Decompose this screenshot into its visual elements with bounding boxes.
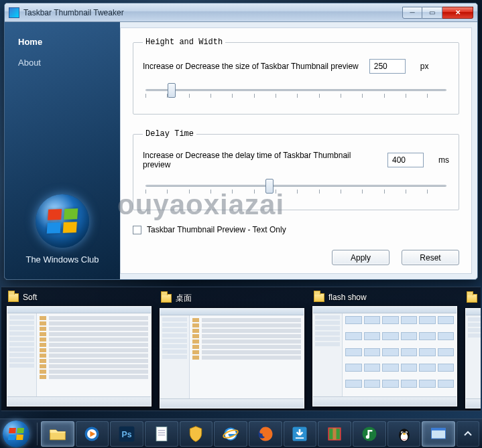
taskbar-app-explorer[interactable] bbox=[41, 421, 74, 447]
archive-icon bbox=[325, 425, 344, 443]
maximize-button[interactable]: ▭ bbox=[422, 7, 442, 19]
group-height-width: Height and Width Increase or Decrease th… bbox=[133, 38, 459, 115]
taskbar-app-qq[interactable] bbox=[387, 421, 421, 447]
download-icon bbox=[290, 425, 309, 443]
svg-point-21 bbox=[402, 431, 403, 433]
thumbnail-preview[interactable] bbox=[160, 308, 304, 408]
apply-button[interactable]: Apply bbox=[332, 250, 389, 265]
thumbnail-title: flash show bbox=[328, 293, 367, 302]
delay-unit: ms bbox=[438, 155, 449, 165]
qq-penguin-icon bbox=[395, 425, 414, 443]
window-controls: ─ ▭ ✕ bbox=[402, 7, 473, 19]
app-window: Taskbar Thumbnail Tweaker ─ ▭ ✕ Home Abo… bbox=[4, 3, 478, 280]
delay-slider-thumb[interactable] bbox=[265, 179, 274, 194]
svg-point-23 bbox=[402, 433, 405, 435]
group-size-legend: Height and Width bbox=[143, 38, 225, 47]
size-slider-ticks bbox=[145, 94, 446, 98]
app-preview-icon bbox=[429, 425, 448, 443]
taskbar-app-download-manager[interactable] bbox=[284, 421, 317, 447]
music-icon bbox=[360, 425, 379, 443]
firefox-icon bbox=[256, 425, 275, 443]
app-icon bbox=[9, 7, 19, 18]
taskbar-divider bbox=[37, 423, 38, 445]
size-unit: px bbox=[420, 62, 429, 71]
main-panel: Height and Width Increase or Decrease th… bbox=[120, 27, 472, 274]
thumbnail-preview[interactable] bbox=[465, 308, 481, 408]
size-slider-track bbox=[145, 89, 446, 91]
group-delay-time: Delay Time Increase or Decrease the dela… bbox=[133, 129, 459, 210]
svg-point-22 bbox=[405, 431, 406, 433]
brand-text: The Windows Club bbox=[5, 254, 120, 265]
thumbnail-item[interactable]: 软件 bbox=[465, 291, 481, 406]
taskbar-app-media-player[interactable] bbox=[76, 421, 109, 447]
svg-rect-15 bbox=[333, 428, 337, 440]
thumbnail-title: Soft bbox=[23, 293, 37, 302]
taskbar-app-browser-ie[interactable] bbox=[214, 421, 247, 447]
window-title: Taskbar Thumbnail Tweaker bbox=[23, 8, 402, 17]
size-slider-thumb[interactable] bbox=[168, 83, 176, 98]
close-button[interactable]: ✕ bbox=[442, 7, 473, 19]
thumbnail-item[interactable]: Soft bbox=[7, 291, 152, 406]
reset-button[interactable]: Reset bbox=[402, 250, 459, 265]
delay-label: Increase or Decrease the delay time of T… bbox=[143, 151, 377, 169]
folder-icon bbox=[8, 293, 19, 302]
windows-orb-logo bbox=[36, 194, 89, 248]
delay-slider-track bbox=[145, 185, 446, 187]
taskbar-app-text-editor[interactable] bbox=[145, 421, 178, 447]
document-icon bbox=[152, 425, 171, 443]
taskbar-app-photoshop[interactable]: Ps bbox=[110, 421, 143, 447]
taskbar-app-antivirus[interactable] bbox=[180, 421, 213, 447]
system-tray[interactable] bbox=[457, 421, 479, 447]
taskbar-app-music[interactable] bbox=[353, 421, 386, 447]
thumbnail-item[interactable]: 桌面 bbox=[160, 291, 304, 406]
text-only-label: Taskbar Thumbnail Preview - Text Only bbox=[147, 225, 286, 234]
taskbar-app-firefox[interactable] bbox=[249, 421, 282, 447]
thumbnail-title: 桌面 bbox=[176, 293, 192, 304]
sidebar-item-about[interactable]: About bbox=[5, 52, 120, 73]
thumbnail-item[interactable]: flash show bbox=[312, 291, 457, 406]
ie-icon bbox=[221, 425, 240, 443]
minimize-button[interactable]: ─ bbox=[402, 7, 422, 19]
svg-rect-4 bbox=[156, 427, 167, 441]
taskbar: Ps bbox=[0, 419, 482, 448]
tray-arrow-icon[interactable] bbox=[463, 429, 473, 439]
size-slider[interactable] bbox=[143, 82, 449, 100]
folder-icon bbox=[48, 425, 67, 443]
photoshop-icon: Ps bbox=[117, 425, 136, 443]
size-input[interactable] bbox=[369, 59, 406, 74]
titlebar[interactable]: Taskbar Thumbnail Tweaker ─ ▭ ✕ bbox=[5, 3, 477, 22]
text-only-checkbox[interactable] bbox=[133, 226, 141, 234]
sidebar: Home About The Windows Club bbox=[5, 22, 120, 279]
delay-input[interactable] bbox=[387, 153, 424, 167]
taskbar-app-preview[interactable] bbox=[422, 421, 455, 447]
delay-slider-ticks bbox=[145, 190, 446, 194]
thumbnail-preview[interactable] bbox=[312, 306, 457, 406]
media-player-icon bbox=[82, 425, 101, 443]
start-button[interactable] bbox=[3, 421, 29, 447]
size-label: Increase or Decrease the size of Taskbar… bbox=[143, 62, 359, 71]
shield-icon bbox=[186, 425, 205, 443]
taskbar-app-archive[interactable] bbox=[318, 421, 351, 447]
group-delay-legend: Delay Time bbox=[143, 129, 196, 139]
folder-icon bbox=[467, 294, 477, 303]
folder-icon bbox=[161, 294, 172, 303]
svg-rect-25 bbox=[432, 428, 446, 431]
taskbar-thumbnail-strip: Soft 桌面 flash show bbox=[1, 287, 481, 411]
sidebar-item-home[interactable]: Home bbox=[5, 31, 120, 52]
svg-text:Ps: Ps bbox=[122, 430, 132, 439]
folder-icon bbox=[314, 293, 324, 302]
delay-slider[interactable] bbox=[143, 177, 449, 196]
thumbnail-preview[interactable] bbox=[7, 306, 152, 406]
